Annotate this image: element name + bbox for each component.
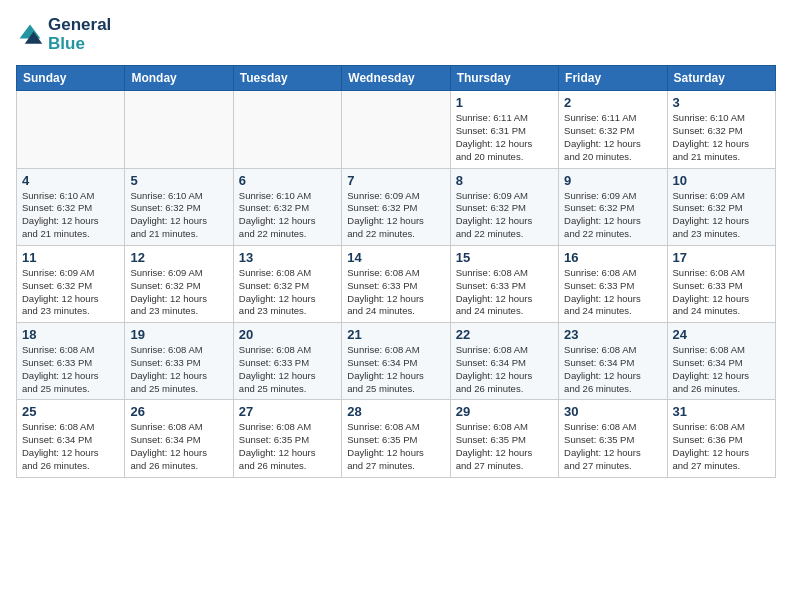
- calendar-cell: 21Sunrise: 6:08 AM Sunset: 6:34 PM Dayli…: [342, 323, 450, 400]
- day-number: 27: [239, 404, 336, 419]
- day-number: 22: [456, 327, 553, 342]
- weekday-header-monday: Monday: [125, 66, 233, 91]
- day-info: Sunrise: 6:08 AM Sunset: 6:35 PM Dayligh…: [564, 421, 661, 472]
- day-info: Sunrise: 6:10 AM Sunset: 6:32 PM Dayligh…: [239, 190, 336, 241]
- day-number: 21: [347, 327, 444, 342]
- calendar-cell: 9Sunrise: 6:09 AM Sunset: 6:32 PM Daylig…: [559, 168, 667, 245]
- day-number: 3: [673, 95, 770, 110]
- calendar-cell: [342, 91, 450, 168]
- calendar-cell: 5Sunrise: 6:10 AM Sunset: 6:32 PM Daylig…: [125, 168, 233, 245]
- calendar-cell: 8Sunrise: 6:09 AM Sunset: 6:32 PM Daylig…: [450, 168, 558, 245]
- calendar-week-2: 4Sunrise: 6:10 AM Sunset: 6:32 PM Daylig…: [17, 168, 776, 245]
- day-number: 23: [564, 327, 661, 342]
- day-info: Sunrise: 6:08 AM Sunset: 6:33 PM Dayligh…: [564, 267, 661, 318]
- weekday-header-sunday: Sunday: [17, 66, 125, 91]
- calendar-cell: 25Sunrise: 6:08 AM Sunset: 6:34 PM Dayli…: [17, 400, 125, 477]
- calendar-cell: 6Sunrise: 6:10 AM Sunset: 6:32 PM Daylig…: [233, 168, 341, 245]
- day-number: 31: [673, 404, 770, 419]
- day-number: 8: [456, 173, 553, 188]
- day-info: Sunrise: 6:09 AM Sunset: 6:32 PM Dayligh…: [130, 267, 227, 318]
- day-number: 2: [564, 95, 661, 110]
- day-number: 26: [130, 404, 227, 419]
- weekday-header-friday: Friday: [559, 66, 667, 91]
- calendar-cell: 27Sunrise: 6:08 AM Sunset: 6:35 PM Dayli…: [233, 400, 341, 477]
- day-number: 9: [564, 173, 661, 188]
- calendar-cell: 15Sunrise: 6:08 AM Sunset: 6:33 PM Dayli…: [450, 245, 558, 322]
- day-number: 17: [673, 250, 770, 265]
- calendar-table: SundayMondayTuesdayWednesdayThursdayFrid…: [16, 65, 776, 477]
- calendar-cell: 7Sunrise: 6:09 AM Sunset: 6:32 PM Daylig…: [342, 168, 450, 245]
- day-info: Sunrise: 6:08 AM Sunset: 6:34 PM Dayligh…: [564, 344, 661, 395]
- day-number: 25: [22, 404, 119, 419]
- day-info: Sunrise: 6:08 AM Sunset: 6:33 PM Dayligh…: [456, 267, 553, 318]
- day-number: 11: [22, 250, 119, 265]
- calendar-cell: 14Sunrise: 6:08 AM Sunset: 6:33 PM Dayli…: [342, 245, 450, 322]
- day-number: 6: [239, 173, 336, 188]
- weekday-header-wednesday: Wednesday: [342, 66, 450, 91]
- day-info: Sunrise: 6:11 AM Sunset: 6:32 PM Dayligh…: [564, 112, 661, 163]
- calendar-cell: 23Sunrise: 6:08 AM Sunset: 6:34 PM Dayli…: [559, 323, 667, 400]
- day-info: Sunrise: 6:08 AM Sunset: 6:33 PM Dayligh…: [673, 267, 770, 318]
- calendar-cell: 31Sunrise: 6:08 AM Sunset: 6:36 PM Dayli…: [667, 400, 775, 477]
- calendar-cell: 20Sunrise: 6:08 AM Sunset: 6:33 PM Dayli…: [233, 323, 341, 400]
- calendar-cell: 16Sunrise: 6:08 AM Sunset: 6:33 PM Dayli…: [559, 245, 667, 322]
- day-info: Sunrise: 6:08 AM Sunset: 6:36 PM Dayligh…: [673, 421, 770, 472]
- calendar-cell: 26Sunrise: 6:08 AM Sunset: 6:34 PM Dayli…: [125, 400, 233, 477]
- day-number: 28: [347, 404, 444, 419]
- logo-text-line2: Blue: [48, 35, 111, 54]
- day-info: Sunrise: 6:09 AM Sunset: 6:32 PM Dayligh…: [456, 190, 553, 241]
- calendar-cell: 28Sunrise: 6:08 AM Sunset: 6:35 PM Dayli…: [342, 400, 450, 477]
- calendar-cell: 18Sunrise: 6:08 AM Sunset: 6:33 PM Dayli…: [17, 323, 125, 400]
- day-number: 15: [456, 250, 553, 265]
- day-info: Sunrise: 6:08 AM Sunset: 6:34 PM Dayligh…: [22, 421, 119, 472]
- calendar-cell: [125, 91, 233, 168]
- day-info: Sunrise: 6:10 AM Sunset: 6:32 PM Dayligh…: [130, 190, 227, 241]
- calendar-cell: 2Sunrise: 6:11 AM Sunset: 6:32 PM Daylig…: [559, 91, 667, 168]
- day-info: Sunrise: 6:08 AM Sunset: 6:34 PM Dayligh…: [456, 344, 553, 395]
- calendar-week-4: 18Sunrise: 6:08 AM Sunset: 6:33 PM Dayli…: [17, 323, 776, 400]
- day-info: Sunrise: 6:08 AM Sunset: 6:32 PM Dayligh…: [239, 267, 336, 318]
- day-number: 14: [347, 250, 444, 265]
- page-header: General Blue: [16, 16, 776, 53]
- day-info: Sunrise: 6:08 AM Sunset: 6:34 PM Dayligh…: [673, 344, 770, 395]
- calendar-week-5: 25Sunrise: 6:08 AM Sunset: 6:34 PM Dayli…: [17, 400, 776, 477]
- logo: General Blue: [16, 16, 111, 53]
- calendar-cell: [17, 91, 125, 168]
- calendar-cell: 17Sunrise: 6:08 AM Sunset: 6:33 PM Dayli…: [667, 245, 775, 322]
- day-number: 29: [456, 404, 553, 419]
- day-number: 13: [239, 250, 336, 265]
- day-info: Sunrise: 6:09 AM Sunset: 6:32 PM Dayligh…: [347, 190, 444, 241]
- calendar-cell: 19Sunrise: 6:08 AM Sunset: 6:33 PM Dayli…: [125, 323, 233, 400]
- calendar-cell: 10Sunrise: 6:09 AM Sunset: 6:32 PM Dayli…: [667, 168, 775, 245]
- calendar-cell: 13Sunrise: 6:08 AM Sunset: 6:32 PM Dayli…: [233, 245, 341, 322]
- day-number: 16: [564, 250, 661, 265]
- day-number: 10: [673, 173, 770, 188]
- day-number: 5: [130, 173, 227, 188]
- day-number: 20: [239, 327, 336, 342]
- calendar-cell: [233, 91, 341, 168]
- day-number: 30: [564, 404, 661, 419]
- day-info: Sunrise: 6:11 AM Sunset: 6:31 PM Dayligh…: [456, 112, 553, 163]
- calendar-cell: 11Sunrise: 6:09 AM Sunset: 6:32 PM Dayli…: [17, 245, 125, 322]
- day-info: Sunrise: 6:09 AM Sunset: 6:32 PM Dayligh…: [564, 190, 661, 241]
- logo-icon: [16, 21, 44, 49]
- day-info: Sunrise: 6:09 AM Sunset: 6:32 PM Dayligh…: [22, 267, 119, 318]
- day-info: Sunrise: 6:08 AM Sunset: 6:33 PM Dayligh…: [239, 344, 336, 395]
- weekday-header-saturday: Saturday: [667, 66, 775, 91]
- day-number: 7: [347, 173, 444, 188]
- day-info: Sunrise: 6:08 AM Sunset: 6:34 PM Dayligh…: [130, 421, 227, 472]
- day-info: Sunrise: 6:08 AM Sunset: 6:35 PM Dayligh…: [239, 421, 336, 472]
- day-info: Sunrise: 6:08 AM Sunset: 6:33 PM Dayligh…: [130, 344, 227, 395]
- day-info: Sunrise: 6:10 AM Sunset: 6:32 PM Dayligh…: [673, 112, 770, 163]
- calendar-header-row: SundayMondayTuesdayWednesdayThursdayFrid…: [17, 66, 776, 91]
- day-number: 1: [456, 95, 553, 110]
- calendar-cell: 24Sunrise: 6:08 AM Sunset: 6:34 PM Dayli…: [667, 323, 775, 400]
- calendar-cell: 1Sunrise: 6:11 AM Sunset: 6:31 PM Daylig…: [450, 91, 558, 168]
- calendar-week-1: 1Sunrise: 6:11 AM Sunset: 6:31 PM Daylig…: [17, 91, 776, 168]
- weekday-header-tuesday: Tuesday: [233, 66, 341, 91]
- day-info: Sunrise: 6:08 AM Sunset: 6:35 PM Dayligh…: [347, 421, 444, 472]
- day-info: Sunrise: 6:08 AM Sunset: 6:33 PM Dayligh…: [347, 267, 444, 318]
- day-number: 4: [22, 173, 119, 188]
- day-info: Sunrise: 6:08 AM Sunset: 6:35 PM Dayligh…: [456, 421, 553, 472]
- calendar-cell: 3Sunrise: 6:10 AM Sunset: 6:32 PM Daylig…: [667, 91, 775, 168]
